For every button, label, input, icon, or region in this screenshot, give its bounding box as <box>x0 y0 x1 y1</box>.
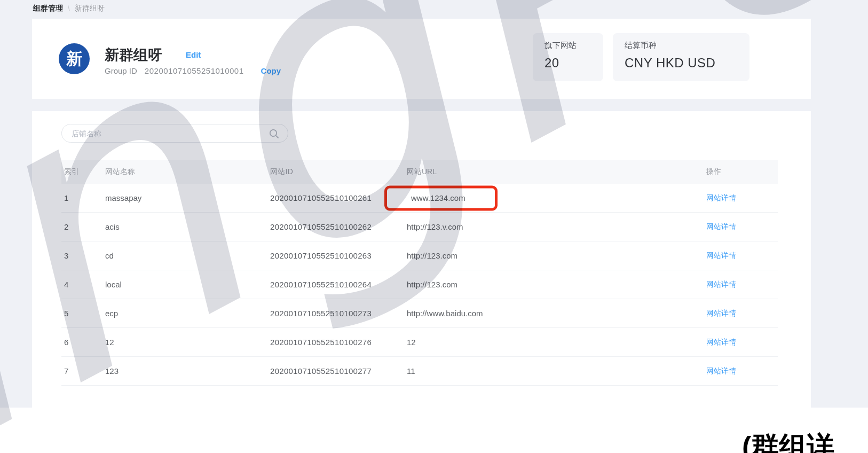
cell-index: 6 <box>61 338 105 347</box>
site-url-text: http://123.com <box>407 280 457 289</box>
group-id-value: 202001071055251010001 <box>145 66 244 75</box>
site-url-text: http://www.baidu.com <box>407 309 483 318</box>
cell-index: 5 <box>61 309 105 318</box>
site-list-card: 索引 网站名称 网站ID 网站URL 操作 1 massapay 2020010… <box>32 111 811 408</box>
site-detail-link[interactable]: 网站详情 <box>706 309 736 317</box>
column-header-name: 网站名称 <box>105 167 270 177</box>
cell-site-url: 12 <box>407 338 706 347</box>
table-row: 4 local 2020010710552510100264 http://12… <box>61 270 778 299</box>
table-row: 3 cd 2020010710552510100263 http://123.c… <box>61 241 778 270</box>
cell-site-url: http://123.com <box>407 280 706 289</box>
cell-site-name: 12 <box>105 338 270 347</box>
stat-label: 旗下网站 <box>545 41 591 51</box>
site-url-text: www.1234.com <box>407 193 465 202</box>
stat-value: CNY HKD USD <box>625 56 738 71</box>
cell-index: 4 <box>61 280 105 289</box>
group-header-card: 新 新群组呀 Edit Group ID 2020010710552510100… <box>32 19 811 99</box>
site-url-text: http://123.v.com <box>407 222 463 231</box>
site-url-text: http://123.com <box>407 251 457 260</box>
column-header-action: 操作 <box>706 167 778 177</box>
group-id-label: Group ID <box>105 66 137 75</box>
table-header-row: 索引 网站名称 网站ID 网站URL 操作 <box>61 160 778 184</box>
column-header-index: 索引 <box>61 167 105 177</box>
breadcrumb-current: 新群组呀 <box>75 4 105 13</box>
cell-site-id: 2020010710552510100264 <box>270 280 407 289</box>
stat-label: 结算币种 <box>625 41 738 51</box>
group-title: 新群组呀 <box>105 45 162 65</box>
table-row: 2 acis 2020010710552510100262 http://123… <box>61 213 778 241</box>
cell-index: 1 <box>61 193 105 202</box>
group-avatar: 新 <box>59 43 90 74</box>
search-icon[interactable] <box>269 128 279 139</box>
table-row: 7 123 2020010710552510100277 11 网站详情 <box>61 357 778 386</box>
edit-group-button[interactable]: Edit <box>186 50 201 59</box>
footer-clipped-note: (群组详 <box>742 428 834 453</box>
table-row: 6 12 2020010710552510100276 12 网站详情 <box>61 328 778 357</box>
cell-site-id: 2020010710552510100262 <box>270 222 407 231</box>
breadcrumb: 组群管理 \ 新群组呀 <box>33 4 105 13</box>
cell-site-url: http://www.baidu.com <box>407 309 706 318</box>
column-header-url: 网站URL <box>407 167 706 177</box>
cell-site-id: 2020010710552510100273 <box>270 309 407 318</box>
site-detail-link[interactable]: 网站详情 <box>706 193 736 202</box>
table-body: 1 massapay 2020010710552510100261 www.12… <box>61 184 778 386</box>
cell-site-url: http://123.com <box>407 251 706 260</box>
cell-site-name: ecp <box>105 309 270 318</box>
copy-group-id-button[interactable]: Copy <box>261 66 281 75</box>
stat-card-sites: 旗下网站 20 <box>533 33 603 81</box>
breadcrumb-separator: \ <box>68 4 70 13</box>
cell-site-url: 11 <box>407 366 706 376</box>
site-detail-link[interactable]: 网站详情 <box>706 222 736 231</box>
cell-site-id: 2020010710552510100263 <box>270 251 407 260</box>
group-id-row: Group ID 202001071055251010001 Copy <box>105 66 281 75</box>
site-url-text: 11 <box>407 366 415 376</box>
cell-site-id: 2020010710552510100277 <box>270 366 407 376</box>
cell-site-name: cd <box>105 251 270 260</box>
table-row: 5 ecp 2020010710552510100273 http://www.… <box>61 299 778 328</box>
cell-site-url: http://123.v.com <box>407 222 706 231</box>
site-detail-link[interactable]: 网站详情 <box>706 338 736 346</box>
site-url-text: 12 <box>407 338 416 347</box>
site-detail-link[interactable]: 网站详情 <box>706 280 736 288</box>
cell-site-name: massapay <box>105 193 270 202</box>
search-input[interactable] <box>72 129 269 138</box>
site-detail-link[interactable]: 网站详情 <box>706 366 736 375</box>
site-table: 索引 网站名称 网站ID 网站URL 操作 1 massapay 2020010… <box>61 160 778 386</box>
cell-index: 2 <box>61 222 105 231</box>
search-box[interactable] <box>61 124 288 143</box>
cell-index: 7 <box>61 366 105 376</box>
cell-site-name: local <box>105 280 270 289</box>
stat-card-currencies: 结算币种 CNY HKD USD <box>613 33 749 81</box>
breadcrumb-root[interactable]: 组群管理 <box>33 4 63 13</box>
cell-site-url: www.1234.com <box>407 193 706 202</box>
table-row: 1 massapay 2020010710552510100261 www.12… <box>61 184 778 213</box>
cell-site-name: acis <box>105 222 270 231</box>
column-header-site-id: 网站ID <box>270 167 407 177</box>
cell-site-name: 123 <box>105 366 270 376</box>
cell-site-id: 2020010710552510100276 <box>270 338 407 347</box>
cell-site-id: 2020010710552510100261 <box>270 193 407 202</box>
cell-index: 3 <box>61 251 105 260</box>
site-detail-link[interactable]: 网站详情 <box>706 251 736 260</box>
stat-value: 20 <box>545 56 591 71</box>
